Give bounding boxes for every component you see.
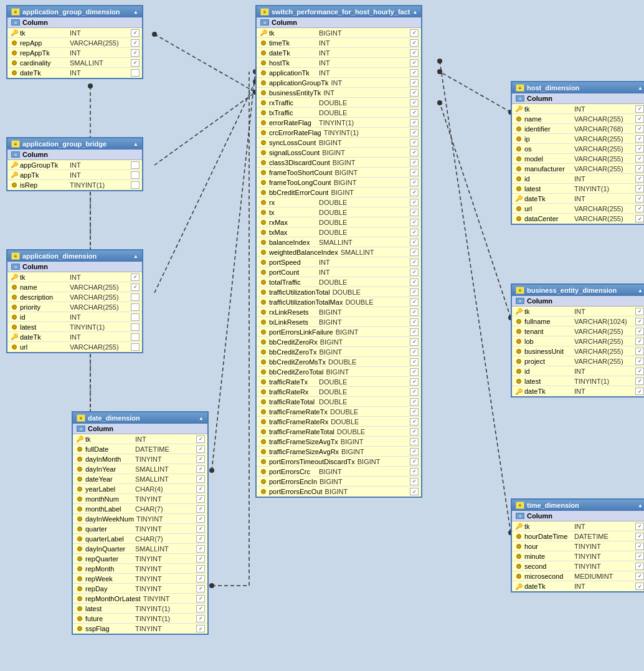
table-header-business_entity_dimension[interactable]: ≡business_entity_dimension▲ xyxy=(512,285,644,296)
column-type: SMALLINT xyxy=(341,249,410,256)
column-type: VARCHAR(255) xyxy=(574,135,635,143)
column-name: bbCreditZeroTotal xyxy=(269,368,326,376)
column-type: BIGINT xyxy=(320,338,410,346)
column-name: trafficFrameSizeAvgRx xyxy=(269,448,341,455)
dot-icon xyxy=(259,249,268,256)
table-title: date_dimension xyxy=(88,414,196,422)
table-row: trafficUtilizationTotalMaxDOUBLE xyxy=(257,297,421,307)
column-name: repMonth xyxy=(85,565,135,573)
table-row: manufacturerVARCHAR(255) xyxy=(512,164,644,174)
dot-icon xyxy=(259,278,268,286)
column-type: DOUBLE xyxy=(319,199,410,206)
column-type: DOUBLE xyxy=(319,388,410,396)
column-type: MEDIUMINT xyxy=(574,573,635,580)
table-row: 🔑tkINT xyxy=(73,434,207,444)
dot-icon xyxy=(514,348,523,355)
dot-icon xyxy=(10,59,19,67)
dot-icon xyxy=(259,418,268,426)
dot-icon xyxy=(259,59,268,67)
svg-point-20 xyxy=(437,69,442,74)
table-row: txMaxDOUBLE xyxy=(257,227,421,237)
column-name: repQuarter xyxy=(85,555,135,563)
column-type: BIGINT xyxy=(319,139,410,146)
column-type: TINYINT xyxy=(135,525,196,533)
table-header-date_dimension[interactable]: ≡date_dimension▲ xyxy=(73,412,207,424)
table-row: nameVARCHAR(255) xyxy=(512,114,644,124)
table-header-application_group_bridge[interactable]: ≡application_group_bridge▲ xyxy=(7,138,142,150)
dot-icon xyxy=(259,368,268,376)
table-row: idINT xyxy=(7,312,142,322)
table-row: latestTINYINT(1) xyxy=(512,376,644,386)
table-row: modelVARCHAR(255) xyxy=(512,154,644,164)
dot-icon xyxy=(514,378,523,385)
column-name: name xyxy=(524,115,574,123)
column-name: dataCenter xyxy=(524,215,574,222)
table-icon: ≡ xyxy=(516,502,524,509)
column-header: ≡Column xyxy=(7,17,142,28)
column-name: trafficUtilizationTotal xyxy=(269,288,333,296)
column-header: ≡Column xyxy=(7,262,142,272)
column-type: INT xyxy=(574,105,635,113)
column-type: VARCHAR(255) xyxy=(574,348,635,355)
table-row: trafficFrameRateTxDOUBLE xyxy=(257,407,421,417)
table-row: repMonthTINYINT xyxy=(73,564,207,574)
column-type: TINYINT xyxy=(136,515,196,523)
table-title: application_dimension xyxy=(22,252,131,260)
key-icon: 🔑 xyxy=(75,435,84,443)
table-row: trafficRateTotalDOUBLE xyxy=(257,397,421,407)
column-name: tk xyxy=(20,29,70,37)
key-icon: 🔑 xyxy=(514,308,523,315)
column-type: INT xyxy=(331,79,410,87)
table-row: microsecondMEDIUMINT xyxy=(512,571,644,581)
column-type: BIGINT xyxy=(331,189,410,196)
table-header-switch_performance[interactable]: ≡switch_performance_for_host_hourly_fact… xyxy=(257,6,421,17)
column-name: portCount xyxy=(269,269,319,276)
column-name: dayInQuarter xyxy=(85,545,135,553)
column-type: CHAR(7) xyxy=(135,535,196,543)
column-header: ≡Column xyxy=(73,424,207,434)
column-icon: ≡ xyxy=(11,264,20,270)
column-type: INT xyxy=(574,195,635,202)
dot-icon xyxy=(259,338,268,346)
column-name: latest xyxy=(524,185,574,193)
table-row: idINT xyxy=(512,174,644,184)
column-type: TINYINT xyxy=(135,495,196,503)
table-header-host_dimension[interactable]: ≡host_dimension▲ xyxy=(512,82,644,93)
table-icon: ≡ xyxy=(77,414,85,422)
dot-icon xyxy=(514,115,523,123)
column-icon: ≡ xyxy=(77,426,85,432)
column-type: INT xyxy=(319,259,410,266)
table-header-time_dimension[interactable]: ≡time_dimension▲ xyxy=(512,500,644,511)
column-type: VARCHAR(768) xyxy=(574,125,635,133)
dot-icon xyxy=(259,89,268,97)
table-time_dimension: ≡time_dimension▲≡Column🔑tkINThourDateTim… xyxy=(511,498,644,592)
column-name: latest xyxy=(524,378,574,385)
column-type: INT xyxy=(70,333,131,341)
table-title: application_group_dimension xyxy=(22,8,131,16)
column-name: portSpeed xyxy=(269,259,319,266)
table-row: 🔑tkINT xyxy=(7,272,142,282)
column-name: txLinkResets xyxy=(269,318,319,326)
dot-icon xyxy=(259,269,268,276)
column-type: INT xyxy=(319,269,410,276)
column-name: dateTk xyxy=(20,69,70,77)
dot-icon xyxy=(259,408,268,416)
table-icon: ≡ xyxy=(11,140,20,148)
dot-icon xyxy=(259,129,268,136)
svg-line-12 xyxy=(212,72,255,470)
column-name: trafficRateRx xyxy=(269,388,319,396)
table-icon: ≡ xyxy=(260,8,269,16)
table-header-application_dimension[interactable]: ≡application_dimension▲ xyxy=(7,250,142,262)
table-row: 🔑tkINT xyxy=(512,307,644,316)
dot-icon xyxy=(259,448,268,455)
table-row: hostTkINT xyxy=(257,58,421,68)
column-name: trafficUtilizationTotalMax xyxy=(269,298,345,306)
dot-icon xyxy=(75,585,84,592)
column-name: timeTk xyxy=(269,39,319,47)
table-row: portErrorsEncInBIGINT xyxy=(257,477,421,487)
column-name: portErrorsLinkFailure xyxy=(269,328,336,336)
table-row: 🔑tkINT xyxy=(512,521,644,531)
table-header-application_group_dimension[interactable]: ≡application_group_dimension▲ xyxy=(7,6,142,17)
column-name: txTraffic xyxy=(269,109,319,117)
table-icon: ≡ xyxy=(516,84,524,92)
